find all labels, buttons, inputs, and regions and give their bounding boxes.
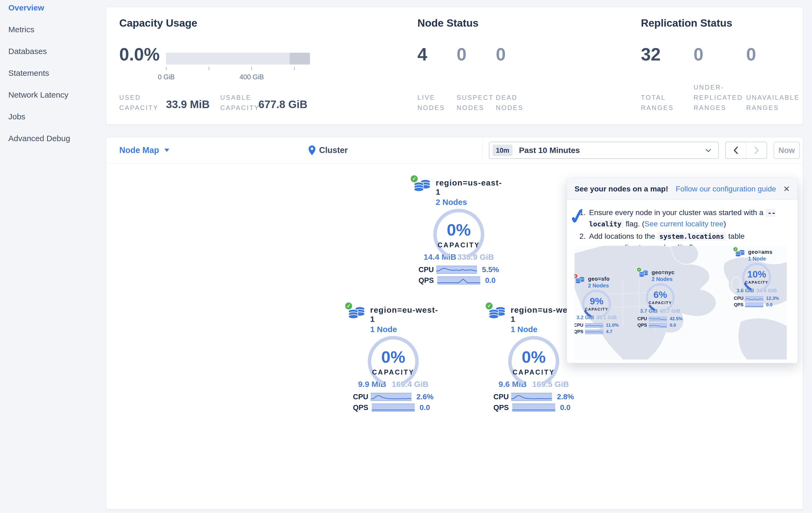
node-map-config-popup: See your nodes on a map! Follow our conf…: [567, 178, 798, 363]
cpu-sparkline: [745, 297, 763, 301]
dead-nodes-label: DEAD NODES: [496, 92, 525, 113]
cpu-label: CPU: [637, 316, 649, 322]
geo-name: geo=sfo: [588, 276, 610, 282]
cpu-label: CPU: [734, 296, 745, 301]
qps-sparkline: [745, 303, 763, 307]
geo-nyc: ✓ geo=nyc 2 Nodes 6: [639, 269, 682, 328]
capacity-gauge: 0% CAPACITY: [431, 208, 487, 261]
database-stack-icon: ✓: [348, 305, 366, 321]
step-text: flag. (: [624, 220, 644, 228]
sidebar-item-network-latency[interactable]: Network Latency: [0, 90, 106, 112]
usable-capacity-label: USABLE CAPACITY: [220, 92, 263, 113]
qps-sparkline: [437, 277, 480, 284]
capacity-percent: 0%: [365, 347, 422, 367]
time-step-forward-button[interactable]: [746, 142, 766, 158]
sidebar-item-databases[interactable]: Databases: [0, 47, 106, 69]
sidebar-item-jobs[interactable]: Jobs: [0, 112, 106, 134]
configuration-guide-link[interactable]: Follow our configuration guide: [676, 185, 776, 193]
time-range-label: Past 10 Minutes: [519, 146, 580, 155]
cpu-sparkline: [511, 393, 552, 400]
example-node-map-image: 1 geo=sfo 2 Nodes 9: [575, 246, 787, 360]
time-range-dropdown[interactable]: 10m Past 10 Minutes: [489, 142, 719, 159]
qps-value: 0.0: [419, 403, 430, 412]
used-capacity-value: 33.9 MiB: [166, 99, 209, 110]
qps-sparkline: [585, 330, 603, 334]
cpu-sparkline: [649, 317, 667, 321]
breadcrumb[interactable]: Cluster: [308, 137, 348, 163]
sidebar-item-metrics[interactable]: Metrics: [0, 25, 106, 47]
geo-name: geo=ams: [748, 249, 773, 255]
replication-status-title: Replication Status: [641, 17, 732, 29]
node-status-title: Node Status: [417, 17, 478, 29]
axis-tick: [209, 67, 209, 70]
config-step-1: 1. Ensure every node in your cluster was…: [579, 207, 788, 230]
cpu-value: 2.8%: [557, 393, 574, 401]
locality-tree-link[interactable]: See current locality tree: [644, 220, 723, 228]
node-map-canvas: ✓ region=us-east-1 2 Nodes 0% CAPACITY 1…: [106, 163, 803, 509]
capacity-gauge: 0% CAPACITY: [505, 335, 562, 388]
view-mode-label: Node Map: [119, 145, 159, 155]
step-text: ): [723, 220, 726, 228]
region-nodes-link[interactable]: 1 Node: [370, 325, 439, 334]
capacity-percent: 6%: [644, 289, 676, 300]
time-step-back-button[interactable]: [726, 142, 746, 158]
qps-label: QPS: [493, 404, 512, 412]
total-ranges-label: TOTAL RANGES: [641, 92, 673, 113]
blue-check-icon: ✓: [567, 203, 588, 230]
capacity-gauge: 0% CAPACITY: [365, 335, 422, 388]
region-header: ✓ region=us-east-1 2 Nodes: [414, 178, 504, 207]
capacity-label: CAPACITY: [505, 368, 562, 376]
qps-value: 0.0: [560, 403, 571, 412]
cluster-summary-card: Capacity Usage 0.0% 0 GiB 400 GiB USED C…: [106, 7, 803, 125]
qps-value: 0.0: [766, 302, 773, 307]
unavailable-ranges-label: UNAVAILABLE RANGES: [746, 92, 801, 113]
qps-value: 4.7: [606, 329, 612, 334]
capacity-gauge: 10% CAPACITY: [741, 263, 773, 292]
geo-name: geo=nyc: [651, 269, 674, 276]
close-icon[interactable]: ✕: [783, 184, 790, 194]
time-controls: 10m Past 10 Minutes: [489, 142, 800, 159]
capacity-label: CAPACITY: [644, 301, 676, 305]
geo-ams: ✓ geo=ams 1 Node 10: [735, 249, 778, 307]
capacity-label: CAPACITY: [741, 280, 773, 285]
cpu-value: 42.5%: [670, 316, 683, 322]
cpu-value: 12.3%: [766, 296, 779, 301]
sidebar-item-statements[interactable]: Statements: [0, 69, 106, 90]
database-stack-icon: 1: [575, 276, 585, 285]
used-capacity-label: USED CAPACITY: [119, 92, 160, 113]
qps-label: QPS: [575, 329, 585, 334]
status-ok-icon: ✓: [410, 174, 418, 183]
geo-nodes: 1 Node: [748, 256, 773, 262]
capacity-percent: 9%: [581, 296, 612, 306]
qps-sparkline: [372, 404, 415, 411]
cpu-value: 2.6%: [416, 393, 434, 401]
cpu-sparkline: [436, 266, 477, 273]
qps-value: 0.0: [485, 276, 496, 285]
db-console-overview-page: Overview Metrics Databases Statements Ne…: [0, 0, 812, 513]
sidebar: Overview Metrics Databases Statements Ne…: [0, 0, 106, 513]
capacity-percent: 10%: [741, 269, 773, 280]
qps-label: QPS: [353, 404, 372, 412]
time-range-badge: 10m: [493, 145, 513, 156]
capacity-label: CAPACITY: [431, 241, 487, 249]
qps-sparkline: [649, 323, 667, 327]
map-pin-icon: [308, 145, 316, 155]
status-ok-icon: ✓: [485, 302, 493, 310]
step-text: Ensure every node in your cluster was st…: [589, 208, 765, 217]
step-number: 2.: [579, 231, 586, 242]
system-locations-code: system.locations: [657, 232, 726, 241]
cpu-value: 5.5%: [482, 265, 499, 274]
view-mode-select[interactable]: Node Map: [119, 137, 169, 163]
chevron-left-icon: [733, 146, 738, 154]
sidebar-item-overview[interactable]: Overview: [0, 3, 106, 25]
chevron-down-icon: [705, 149, 711, 152]
region-nodes-link[interactable]: 2 Nodes: [436, 198, 504, 207]
region-name: region=us-east-1: [436, 178, 504, 196]
sidebar-item-advanced-debug[interactable]: Advanced Debug: [0, 134, 106, 156]
step-text: Add locations to the: [589, 232, 657, 240]
popup-body: ✓ 1. Ensure every node in your cluster w…: [567, 200, 798, 253]
qps-label: QPS: [637, 323, 649, 328]
chevron-down-icon: [164, 149, 169, 152]
qps-label: QPS: [734, 302, 745, 307]
now-button[interactable]: Now: [774, 142, 800, 159]
